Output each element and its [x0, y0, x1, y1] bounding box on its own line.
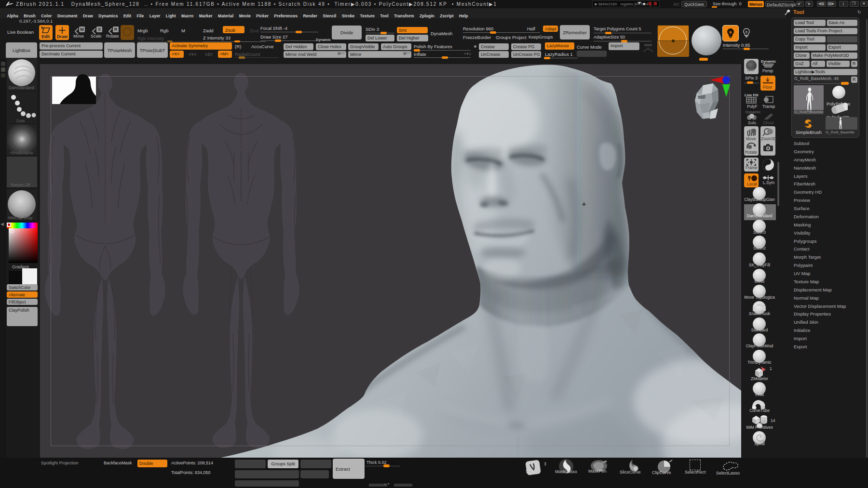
svg-text:S: S [98, 27, 101, 32]
svg-text:M: M [80, 27, 84, 32]
svg-text:R: R [114, 27, 118, 32]
